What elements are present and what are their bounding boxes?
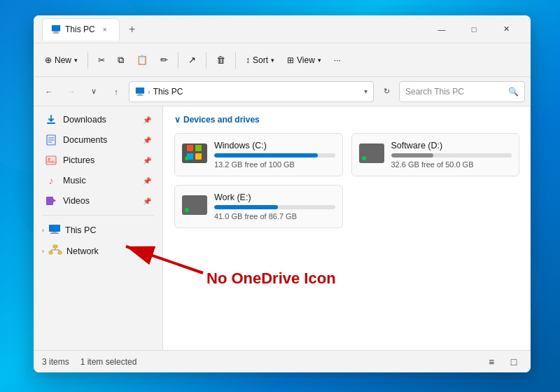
file-content: ∨ Devices and drives [163,106,531,350]
svg-rect-18 [49,251,52,254]
drive-c[interactable]: Windows (C:) 13.2 GB free of 100 GB [174,133,343,176]
forward-button[interactable]: → [62,82,81,102]
breadcrumb-dropdown-icon[interactable]: ▾ [364,88,368,95]
sidebar: Downloads 📌 Documents 📌 [34,106,163,350]
sidebar-network-label: Network [66,246,99,256]
close-button[interactable]: ✕ [490,18,522,41]
svg-rect-15 [52,232,57,233]
drive-c-info: Windows (C:) 13.2 GB free of 100 GB [214,141,335,169]
tab-this-pc[interactable]: This PC × [42,18,120,41]
view-grid-icon: ⊞ [287,55,294,65]
picture-icon [45,154,57,167]
sort-button[interactable]: ↕ Sort ▾ [240,48,280,73]
svg-rect-5 [137,94,144,95]
network-section-icon [48,244,62,258]
windows-drive-icon [182,141,207,166]
toolbar: ⊕ New ▾ ✂ ⧉ 📋 ✏ ↗ 🗑 ↕ Sort ▾ [34,43,531,77]
sidebar-section-network[interactable]: › Network [34,240,162,262]
sidebar-item-pictures[interactable]: Pictures 📌 [36,150,160,170]
sidebar-section-thispc[interactable]: › This PC [34,220,162,240]
drive-c-name: Windows (C:) [214,141,335,150]
download-icon [45,113,57,126]
drive-e[interactable]: Work (E:) 41.0 GB free of 86.7 GB [174,185,343,228]
new-tab-button[interactable]: + [122,20,142,39]
copy-icon: ⧉ [118,55,124,66]
cut-button[interactable]: ✂ [92,48,111,73]
window-controls: — □ ✕ [426,18,522,41]
downloads-pin-icon: 📌 [143,116,151,124]
document-icon [45,134,57,146]
dropdown-recent-button[interactable]: ∨ [84,82,104,102]
maximize-button[interactable]: □ [458,18,490,41]
drive-d-bar [391,153,512,158]
drive-d-name: Software (D:) [391,141,512,150]
svg-rect-4 [138,93,141,94]
more-button[interactable]: ··· [328,48,346,73]
cut-icon: ✂ [98,55,105,65]
main-content: Downloads 📌 Documents 📌 [34,106,531,350]
view-chevron-icon: ▾ [318,57,321,64]
thispc-chevron-icon: › [42,227,44,234]
breadcrumb[interactable]: › This PC ▾ [129,81,374,102]
video-icon [45,195,57,207]
svg-rect-14 [49,225,60,232]
sidebar-item-downloads[interactable]: Downloads 📌 [36,110,160,130]
tile-view-button[interactable]: □ [505,354,522,370]
rename-button[interactable]: ✏ [155,48,174,73]
breadcrumb-path: This PC [153,87,183,97]
thispc-section-icon [48,224,61,236]
tab-area: This PC × + [42,18,426,41]
copy-button[interactable]: ⧉ [112,48,130,73]
file-explorer-window: This PC × + — □ ✕ ⊕ New ▾ ✂ ⧉ 📋 ✏ [34,15,531,372]
minimize-button[interactable]: — [426,18,458,41]
status-info: 3 items 1 item selected [42,357,136,367]
sidebar-documents-label: Documents [63,135,107,145]
section-label: ∨ Devices and drives [174,115,519,125]
view-label: View [297,55,315,65]
new-plus-icon: ⊕ [45,55,52,65]
tab-close-button[interactable]: × [99,24,111,35]
section-title: Devices and drives [183,115,260,125]
refresh-button[interactable]: ↻ [377,82,396,102]
delete-button[interactable]: 🗑 [211,48,231,73]
hdd-e-icon [182,192,207,218]
music-pin-icon: 📌 [143,177,151,185]
drive-e-name: Work (E:) [214,192,335,202]
sidebar-item-videos[interactable]: Videos 📌 [36,191,160,211]
sort-chevron-icon: ▾ [271,57,274,64]
drive-e-free: 41.0 GB free of 86.7 GB [214,212,335,220]
svg-rect-1 [54,31,57,33]
back-button[interactable]: ← [39,82,59,102]
sidebar-divider-1 [42,215,154,216]
up-button[interactable]: ↑ [106,82,126,102]
section-chevron-icon: ∨ [174,115,181,125]
drive-d-free: 32.6 GB free of 50.0 GB [391,160,512,169]
toolbar-separator-4 [235,52,236,69]
svg-rect-16 [50,233,59,234]
new-label: New [55,55,71,65]
paste-button[interactable]: 📋 [131,48,153,73]
drives-grid: Windows (C:) 13.2 GB free of 100 GB [174,133,519,228]
status-view-buttons: ≡ □ [483,354,522,370]
view-button[interactable]: ⊞ View ▾ [281,48,327,73]
paste-icon: 📋 [136,55,148,65]
sidebar-item-music[interactable]: ♪ Music 📌 [36,171,160,190]
breadcrumb-pc-icon [135,87,145,97]
toolbar-separator-1 [88,52,88,69]
drive-c-free: 13.2 GB free of 100 GB [214,160,335,169]
svg-rect-2 [53,32,59,33]
drive-e-bar-fill [214,205,278,209]
share-button[interactable]: ↗ [183,48,202,73]
documents-pin-icon: 📌 [143,136,151,144]
new-button[interactable]: ⊕ New ▾ [39,48,83,73]
list-view-button[interactable]: ≡ [483,354,500,370]
share-icon: ↗ [188,55,196,65]
more-dots-icon: ··· [334,55,341,65]
toolbar-separator-2 [178,52,178,69]
sidebar-item-documents[interactable]: Documents 📌 [36,130,160,150]
drive-d[interactable]: Software (D:) 32.6 GB free of 50.0 GB [351,133,520,176]
drive-d-bar-fill [391,153,433,158]
svg-rect-19 [58,251,62,254]
search-box[interactable]: Search This PC 🔍 [399,81,525,102]
new-chevron-icon: ▾ [74,57,78,64]
